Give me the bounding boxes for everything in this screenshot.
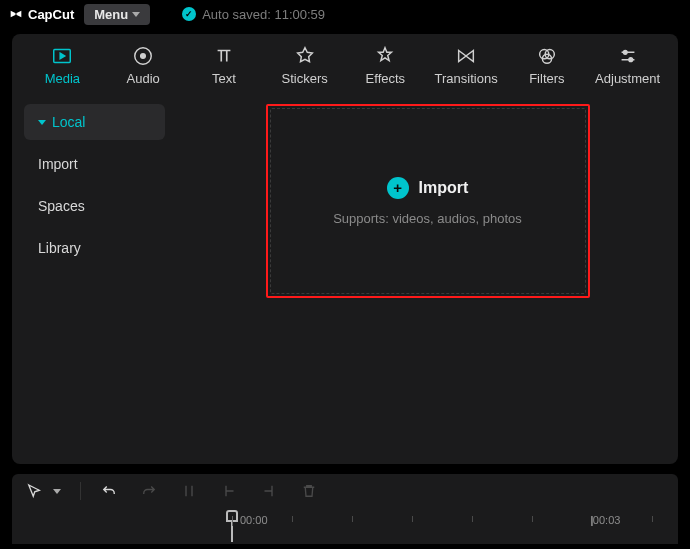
adjustment-icon [617,45,639,67]
sidebar-item-spaces[interactable]: Spaces [24,188,165,224]
import-dropzone[interactable]: + Import Supports: videos, audios, photo… [266,104,590,298]
split-button[interactable] [177,479,201,503]
svg-point-6 [623,50,627,54]
autosave-text: Auto saved: 11:00:59 [202,7,325,22]
playhead[interactable] [226,510,238,542]
tab-transitions[interactable]: Transitions [426,34,507,96]
tab-effects[interactable]: Effects [345,34,426,96]
svg-point-2 [141,53,146,58]
menu-label: Menu [94,7,128,22]
expand-triangle-icon [38,120,46,125]
check-circle-icon: ✓ [182,7,196,21]
import-row: + Import [387,177,469,199]
autosave-status: ✓ Auto saved: 11:00:59 [182,7,325,22]
import-label: Import [419,179,469,197]
media-sidebar: Local Import Spaces Library [12,96,177,464]
time-label-1: |00:03 [590,514,620,526]
audio-icon [132,45,154,67]
cursor-icon [25,482,43,500]
menu-button[interactable]: Menu [84,4,150,25]
plus-circle-icon: + [387,177,409,199]
drop-region: + Import Supports: videos, audios, photo… [177,96,678,464]
app-logo: CapCut [8,6,74,22]
trash-icon [300,482,318,500]
separator [80,482,81,500]
tab-media[interactable]: Media [22,34,103,96]
time-label-0: 00:00 [240,514,268,526]
filters-icon [536,45,558,67]
ruler-track: 00:00 |00:03 [212,508,678,544]
tab-audio[interactable]: Audio [103,34,184,96]
trim-right-button[interactable] [257,479,281,503]
transitions-icon [455,45,477,67]
delete-button[interactable] [297,479,321,503]
redo-icon [140,482,158,500]
tab-stickers[interactable]: Stickers [264,34,345,96]
selection-tool-dropdown[interactable] [50,479,64,503]
trim-left-button[interactable] [217,479,241,503]
timeline-ruler[interactable]: 00:00 |00:03 [12,508,678,544]
media-icon [51,45,73,67]
tab-adjustment[interactable]: Adjustment [587,34,668,96]
tab-filters[interactable]: Filters [507,34,588,96]
sidebar-item-import[interactable]: Import [24,146,165,182]
sidebar-item-local[interactable]: Local [24,104,165,140]
tab-text[interactable]: Text [184,34,265,96]
stickers-icon [294,45,316,67]
split-icon [180,482,198,500]
undo-button[interactable] [97,479,121,503]
category-tabs: Media Audio Text Stickers Effects Transi… [12,34,678,96]
chevron-down-icon [132,12,140,17]
capcut-logo-icon [8,6,24,22]
trim-left-icon [220,482,238,500]
chevron-down-icon [53,489,61,494]
selection-tool-button[interactable] [22,479,46,503]
timeline-toolbar [12,474,678,508]
sidebar-item-library[interactable]: Library [24,230,165,266]
undo-icon [100,482,118,500]
import-subtext: Supports: videos, audios, photos [333,211,522,226]
app-name: CapCut [28,7,74,22]
svg-point-7 [629,57,633,61]
text-icon [213,45,235,67]
trim-right-icon [260,482,278,500]
redo-button[interactable] [137,479,161,503]
main-panel: Media Audio Text Stickers Effects Transi… [12,34,678,464]
effects-icon [374,45,396,67]
